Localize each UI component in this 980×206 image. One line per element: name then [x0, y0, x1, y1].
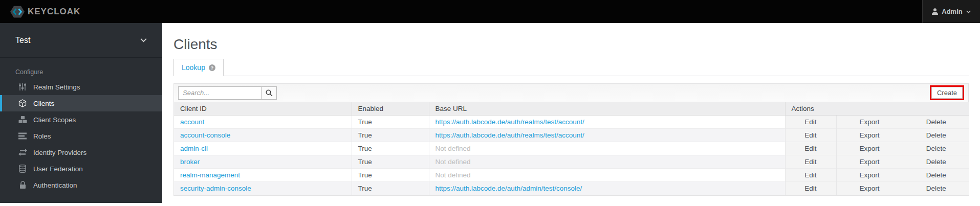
sidebar-item-identity-providers[interactable]: Identity Providers: [0, 144, 162, 161]
base-url-cell: Not defined: [429, 169, 785, 182]
base-url-link[interactable]: https://auth.labcode.de/auth/realms/test…: [435, 118, 584, 126]
client-id-link[interactable]: account: [180, 118, 204, 126]
base-url-not-defined: Not defined: [435, 158, 471, 166]
base-url-cell: https://auth.labcode.de/auth/admin/test/…: [429, 182, 785, 195]
table-toolbar: Create: [174, 84, 968, 102]
client-id-cell: security-admin-console: [174, 182, 352, 195]
sidebar-item-label: Authentication: [33, 181, 77, 189]
delete-action-cell[interactable]: Delete: [903, 182, 969, 195]
client-id-cell: broker: [174, 155, 352, 169]
table-row: realm-managementTrueNot definedEditExpor…: [174, 169, 969, 182]
edit-action-cell[interactable]: Edit: [785, 129, 836, 142]
table-row: brokerTrueNot definedEditExportDelete: [174, 155, 969, 169]
sidebar-item-label: Roles: [33, 132, 51, 140]
client-id-link[interactable]: account-console: [180, 131, 230, 139]
clients-table: Client ID Enabled Base URL Actions accou…: [174, 102, 969, 195]
sidebar: Test Configure Realm Settings Clients Cl…: [0, 23, 162, 203]
base-url-not-defined: Not defined: [435, 171, 471, 179]
base-url-cell: Not defined: [429, 142, 785, 155]
edit-action-cell[interactable]: Edit: [785, 116, 836, 129]
logo-text: KEYCLOAK: [28, 7, 80, 17]
export-action-cell[interactable]: Export: [836, 155, 903, 169]
clients-panel: Create Client ID Enabled Base URL Action…: [173, 83, 969, 196]
column-header-actions: Actions: [785, 102, 969, 116]
table-row: accountTruehttps://auth.labcode.de/auth/…: [174, 116, 969, 129]
enabled-cell: True: [352, 169, 429, 182]
delete-action-cell[interactable]: Delete: [903, 142, 969, 155]
client-id-cell: admin-cli: [174, 142, 352, 155]
caret-down-icon: [966, 10, 971, 13]
user-name: Admin: [942, 8, 962, 15]
sidebar-item-client-scopes[interactable]: Client Scopes: [0, 111, 162, 128]
edit-action-cell[interactable]: Edit: [785, 169, 836, 182]
lock-icon: [18, 181, 27, 189]
sidebar-item-realm-settings[interactable]: Realm Settings: [0, 79, 162, 95]
delete-action-cell[interactable]: Delete: [903, 116, 969, 129]
table-row: account-consoleTruehttps://auth.labcode.…: [174, 129, 969, 142]
table-header-row: Client ID Enabled Base URL Actions: [174, 102, 969, 116]
realm-selector[interactable]: Test: [0, 23, 162, 58]
page-title: Clients: [173, 36, 969, 53]
export-action-cell[interactable]: Export: [836, 142, 903, 155]
enabled-cell: True: [352, 129, 429, 142]
sidebar-item-authentication[interactable]: Authentication: [0, 177, 162, 193]
enabled-cell: True: [352, 142, 429, 155]
search-input[interactable]: [178, 86, 262, 100]
question-circle-icon[interactable]: ?: [209, 64, 215, 71]
tab-label: Lookup: [182, 63, 205, 72]
top-header: KEYCLOAK Admin: [0, 0, 980, 23]
delete-action-cell[interactable]: Delete: [903, 155, 969, 169]
edit-action-cell[interactable]: Edit: [785, 182, 836, 195]
user-menu[interactable]: Admin: [922, 0, 980, 23]
column-header-enabled: Enabled: [352, 102, 429, 116]
tab-lookup[interactable]: Lookup ?: [173, 59, 224, 76]
export-action-cell[interactable]: Export: [836, 116, 903, 129]
sidebar-item-roles[interactable]: Roles: [0, 128, 162, 144]
database-icon: [18, 165, 27, 173]
search-icon: [266, 89, 273, 97]
edit-action-cell[interactable]: Edit: [785, 142, 836, 155]
column-header-client-id: Client ID: [174, 102, 352, 116]
client-id-link[interactable]: broker: [180, 158, 200, 166]
create-button[interactable]: Create: [931, 87, 963, 99]
base-url-not-defined: Not defined: [435, 145, 471, 152]
configure-section-label: Configure: [15, 68, 162, 76]
realm-name: Test: [15, 36, 30, 45]
list-icon: [18, 132, 27, 140]
exchange-icon: [18, 149, 27, 156]
edit-action-cell[interactable]: Edit: [785, 155, 836, 169]
enabled-cell: True: [352, 182, 429, 195]
sidebar-item-label: Identity Providers: [33, 149, 86, 156]
base-url-link[interactable]: https://auth.labcode.de/auth/realms/test…: [435, 131, 584, 139]
keycloak-logo: KEYCLOAK: [10, 4, 80, 19]
cube-icon: [18, 99, 27, 107]
table-row: security-admin-consoleTruehttps://auth.l…: [174, 182, 969, 195]
client-id-cell: account: [174, 116, 352, 129]
sidebar-item-label: User Federation: [33, 165, 83, 173]
export-action-cell[interactable]: Export: [836, 169, 903, 182]
export-action-cell[interactable]: Export: [836, 182, 903, 195]
tab-bar: Lookup ?: [173, 59, 969, 76]
base-url-cell: Not defined: [429, 155, 785, 169]
user-icon: [932, 8, 938, 15]
clients-table-body: accountTruehttps://auth.labcode.de/auth/…: [174, 116, 969, 195]
sidebar-item-label: Client Scopes: [33, 116, 76, 124]
annotation-highlight-box: Create: [930, 85, 964, 100]
sidebar-item-user-federation[interactable]: User Federation: [0, 161, 162, 177]
client-id-link[interactable]: admin-cli: [180, 145, 208, 152]
main-content: Clients Lookup ? Create: [162, 23, 980, 196]
base-url-link[interactable]: https://auth.labcode.de/auth/admin/test/…: [435, 185, 582, 192]
export-action-cell[interactable]: Export: [836, 129, 903, 142]
sidebar-item-clients[interactable]: Clients: [0, 95, 162, 111]
client-id-cell: realm-management: [174, 169, 352, 182]
search-button[interactable]: [262, 86, 277, 100]
base-url-cell: https://auth.labcode.de/auth/realms/test…: [429, 129, 785, 142]
sidebar-item-label: Realm Settings: [33, 83, 80, 91]
chevron-down-icon: [140, 38, 147, 42]
table-row: admin-cliTrueNot definedEditExportDelete: [174, 142, 969, 155]
delete-action-cell[interactable]: Delete: [903, 129, 969, 142]
client-id-link[interactable]: realm-management: [180, 171, 240, 179]
cubes-icon: [18, 116, 27, 124]
client-id-link[interactable]: security-admin-console: [180, 185, 251, 192]
delete-action-cell[interactable]: Delete: [903, 169, 969, 182]
